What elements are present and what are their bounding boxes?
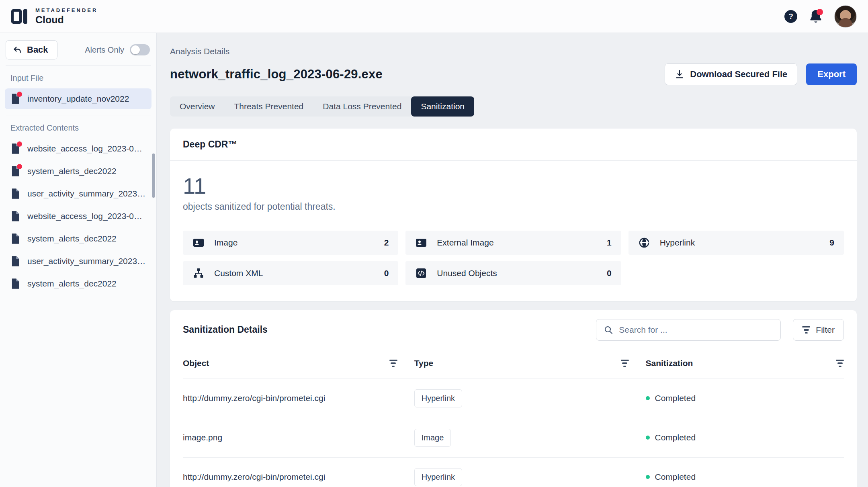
tab-threats-prevented[interactable]: Threats Prevented [225,96,313,117]
sidebar-item-label: system_alerts_dec2022 [27,279,117,289]
export-button[interactable]: Export [806,63,857,85]
tab-sanitization[interactable]: Sanitization [411,96,474,117]
tile-hyperlink: Hyperlink 9 [628,231,844,255]
sidebar-item-extracted-2[interactable]: user_activity_summary_2023-... [5,183,151,204]
sidebar: Back Alerts Only Input File inventory_up… [0,33,157,487]
type-badge: Hyperlink [414,468,462,486]
object-value: http://dummy.zero/cgi-bin/prometei.cgi [183,472,325,482]
tab-data-loss-prevented[interactable]: Data Loss Prevented [313,96,411,117]
sidebar-item-extracted-4[interactable]: system_alerts_dec2022 [5,228,151,249]
type-badge: Image [414,429,451,447]
sanitized-objects-count: 11 [183,174,844,198]
download-label: Download Secured File [690,69,787,80]
file-icon [10,211,20,222]
alerts-only-label: Alerts Only [85,45,124,55]
sidebar-item-extracted-6[interactable]: system_alerts_dec2022 [5,273,151,294]
tile-count: 2 [384,238,389,248]
file-icon [10,256,20,267]
unused-objects-icon [415,268,427,278]
user-avatar[interactable] [834,5,857,28]
back-button[interactable]: Back [6,40,57,59]
file-alert-icon [10,143,20,154]
tile-external-image: External Image 1 [405,231,621,255]
table-row[interactable]: http://dummy.zero/cgi-bin/prometei.cgi H… [183,457,844,487]
sidebar-item-extracted-3[interactable]: website_access_log_2023-09-... [5,206,151,227]
column-header-object: Object [183,350,414,379]
tab-overview[interactable]: Overview [170,96,225,117]
status-dot-icon [646,436,650,440]
column-filter-icon[interactable] [621,360,629,367]
sidebar-item-label: system_alerts_dec2022 [27,166,117,176]
status-badge: Completed [646,433,844,442]
column-filter-icon[interactable] [836,360,844,367]
tile-count: 0 [607,268,612,278]
search-input[interactable] [619,325,773,335]
sanitization-table: Object Type Sanitizati [183,350,844,487]
object-value: image.png [183,433,222,442]
sidebar-item-label: user_activity_summary_2023-... [27,189,146,198]
image-icon [192,238,205,248]
file-icon [10,278,20,289]
tile-label: Hyperlink [660,238,695,248]
help-icon[interactable]: ? [784,10,797,23]
deep-cdr-card: Deep CDR™ 11 objects sanitized for poten… [170,129,857,301]
sidebar-item-label: inventory_update_nov2022 [27,94,129,104]
file-icon [10,188,20,199]
breadcrumb: Analysis Details [170,47,857,56]
back-label: Back [27,45,48,55]
sanitization-details-title: Sanitization Details [183,324,268,335]
column-header-sanitization: Sanitization [646,350,844,379]
back-arrow-icon [12,45,22,55]
tile-custom-xml: Custom XML 0 [183,261,398,285]
brand-name: METADEFENDER [35,7,98,13]
tile-count: 0 [384,268,389,278]
tab-bar: Overview Threats Prevented Data Loss Pre… [170,96,474,117]
tile-image: Image 2 [183,231,398,255]
main-content: Analysis Details network_traffic_log_202… [157,33,868,487]
status-badge: Completed [646,393,844,403]
status-dot-icon [646,475,650,479]
extracted-contents-section-label: Extracted Contents [5,115,151,138]
status-badge: Completed [646,472,844,482]
sidebar-scrollbar[interactable] [152,153,155,198]
filter-label: Filter [816,325,835,335]
sidebar-item-input-file[interactable]: inventory_update_nov2022 [5,88,151,109]
search-icon [604,325,613,335]
sidebar-item-extracted-1[interactable]: system_alerts_dec2022 [5,161,151,182]
object-value: http://dummy.zero/cgi-bin/prometei.cgi [183,393,325,403]
file-icon [10,233,20,244]
sidebar-item-label: website_access_log_2023-09-... [27,144,146,153]
filter-button[interactable]: Filter [793,319,844,341]
brand-product: Cloud [35,14,98,26]
sidebar-item-label: system_alerts_dec2022 [27,234,117,244]
sidebar-item-extracted-0[interactable]: website_access_log_2023-09-... [5,138,151,159]
search-box[interactable] [596,319,781,341]
table-row[interactable]: http://dummy.zero/cgi-bin/prometei.cgi H… [183,379,844,418]
custom-xml-icon [192,268,205,278]
sidebar-item-extracted-5[interactable]: user_activity_summary_2023-... [5,251,151,272]
file-alert-icon [10,166,20,177]
table-row[interactable]: image.png Image Completed [183,418,844,457]
tile-unused-objects: Unused Objects 0 [405,261,621,285]
download-icon [675,70,684,79]
sanitized-objects-caption: objects sanitized for potential threats. [183,201,844,212]
sanitization-details-card: Sanitization Details Filter [170,310,857,487]
file-alert-icon [10,93,20,104]
brand-logo: METADEFENDER Cloud [11,7,98,26]
sidebar-item-label: website_access_log_2023-09-... [27,211,146,221]
tile-label: Unused Objects [437,268,497,278]
tile-label: Custom XML [214,268,263,278]
top-bar: METADEFENDER Cloud ? [0,0,868,33]
tile-count: 1 [607,238,612,248]
notifications-bell-icon[interactable] [809,9,823,24]
type-badge: Hyperlink [414,389,462,407]
tile-label: External Image [437,238,493,248]
tile-count: 9 [829,238,834,248]
page-title: network_traffic_log_2023-06-29.exe [170,67,383,82]
column-filter-icon[interactable] [389,360,397,367]
download-secured-file-button[interactable]: Download Secured File [665,63,797,85]
metadefender-logo-icon [11,9,27,24]
alerts-only-toggle[interactable] [130,44,150,55]
deep-cdr-title: Deep CDR™ [170,129,857,161]
input-file-section-label: Input File [5,65,151,88]
